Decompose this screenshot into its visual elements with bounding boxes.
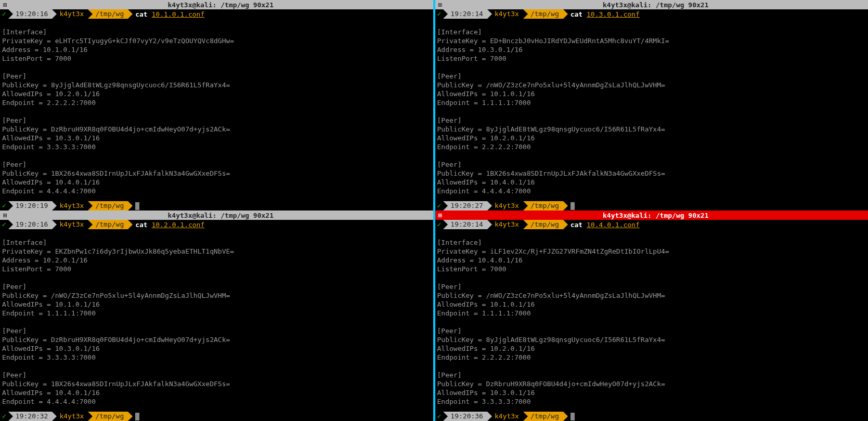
- command: cat 10.3.0.1.conf: [563, 10, 640, 19]
- command: cat 10.4.0.1.conf: [563, 220, 640, 229]
- prompt-status-icon: ✓: [435, 412, 444, 421]
- prompt-path: /tmp/wg: [88, 9, 128, 19]
- prompt-user: k4yt3x: [52, 220, 88, 229]
- pane-titlebar: ⊞ k4yt3x@kali: /tmp/wg 90x21: [0, 0, 433, 9]
- pane-layout-icon: ⊞: [436, 211, 445, 220]
- prompt-time: 19:20:27: [443, 201, 487, 210]
- prompt-time: 19:20:36: [443, 412, 487, 421]
- terminal-output[interactable]: [Interface] PrivateKey = ED+BnczbJ0vHoJI…: [435, 19, 869, 201]
- prompt-time: 19:20:14: [443, 9, 487, 19]
- pane-layout-icon: ⊞: [1, 211, 9, 220]
- pane-titlebar: ⊞ k4yt3x@kali: /tmp/wg 90x21: [0, 210, 433, 220]
- prompt-time: 19:20:32: [8, 412, 53, 421]
- prompt-time: 19:20:19: [8, 201, 53, 210]
- terminal-pane-3[interactable]: ⊞ k4yt3x@kali: /tmp/wg 90x21 ✓ 19:20:16 …: [0, 210, 433, 421]
- prompt-user: k4yt3x: [52, 9, 88, 19]
- pane-titlebar: ⊞ k4yt3x@kali: /tmp/wg 90x21: [435, 0, 869, 9]
- pane-titlebar: ⊞ k4yt3x@kali: /tmp/wg 90x21: [435, 210, 869, 220]
- terminal-output[interactable]: [Interface] PrivateKey = EKZbnPw1c7i6dy3…: [0, 229, 433, 412]
- prompt-user: k4yt3x: [487, 9, 523, 19]
- prompt-path: /tmp/wg: [88, 412, 128, 421]
- prompt-user: k4yt3x: [487, 412, 523, 421]
- terminal-pane-4[interactable]: ⊞ k4yt3x@kali: /tmp/wg 90x21 ✓ 19:20:14 …: [435, 210, 869, 421]
- cursor: [135, 202, 139, 210]
- shell-prompt-line[interactable]: ✓ 19:20:19 k4yt3x /tmp/wg: [0, 201, 433, 210]
- prompt-status-icon: ✓: [435, 220, 444, 229]
- prompt-time: 19:20:16: [8, 220, 53, 229]
- pane-layout-icon: ⊞: [1, 1, 9, 9]
- command: cat 10.1.0.1.conf: [128, 10, 204, 19]
- pane-title: k4yt3x@kali: /tmp/wg 90x21: [445, 1, 867, 9]
- prompt-path: /tmp/wg: [523, 412, 563, 421]
- prompt-user: k4yt3x: [52, 412, 88, 421]
- prompt-path: /tmp/wg: [88, 201, 128, 210]
- pane-title: k4yt3x@kali: /tmp/wg 90x21: [9, 211, 432, 220]
- prompt-user: k4yt3x: [487, 201, 523, 210]
- prompt-path: /tmp/wg: [523, 201, 563, 210]
- shell-prompt-line[interactable]: ✓ 19:20:27 k4yt3x /tmp/wg: [435, 201, 869, 210]
- shell-prompt-line[interactable]: ✓ 19:20:14 k4yt3x /tmp/wg cat 10.3.0.1.c…: [435, 9, 869, 19]
- terminal-output[interactable]: [Interface] PrivateKey = eLHTrc5TIyugyG+…: [0, 19, 433, 201]
- cursor: [135, 413, 139, 420]
- prompt-user: k4yt3x: [487, 220, 523, 229]
- prompt-status-icon: ✓: [0, 201, 8, 210]
- pane-layout-icon: ⊞: [436, 1, 445, 9]
- shell-prompt-line[interactable]: ✓ 19:20:32 k4yt3x /tmp/wg: [0, 412, 433, 421]
- shell-prompt-line[interactable]: ✓ 19:20:36 k4yt3x /tmp/wg: [435, 412, 869, 421]
- prompt-status-icon: ✓: [0, 220, 8, 229]
- prompt-path: /tmp/wg: [523, 220, 563, 229]
- prompt-user: k4yt3x: [52, 201, 88, 210]
- prompt-path: /tmp/wg: [523, 9, 563, 19]
- shell-prompt-line[interactable]: ✓ 19:20:16 k4yt3x /tmp/wg cat 10.2.0.1.c…: [0, 220, 433, 229]
- prompt-status-icon: ✓: [435, 201, 444, 210]
- prompt-status-icon: ✓: [0, 9, 8, 19]
- shell-prompt-line[interactable]: ✓ 19:20:14 k4yt3x /tmp/wg cat 10.4.0.1.c…: [435, 220, 869, 229]
- pane-title: k4yt3x@kali: /tmp/wg 90x21: [9, 1, 432, 9]
- cursor: [571, 413, 575, 420]
- terminal-output[interactable]: [Interface] PrivateKey = iLF1ev2Xc/Rj+FJ…: [435, 229, 869, 412]
- prompt-time: 19:20:14: [443, 220, 487, 229]
- cursor: [571, 202, 575, 210]
- command: cat 10.2.0.1.conf: [128, 220, 204, 229]
- prompt-time: 19:20:16: [8, 9, 53, 19]
- pane-title: k4yt3x@kali: /tmp/wg 90x21: [445, 211, 867, 220]
- terminal-pane-1[interactable]: ⊞ k4yt3x@kali: /tmp/wg 90x21 ✓ 19:20:16 …: [0, 0, 433, 210]
- prompt-status-icon: ✓: [435, 9, 444, 19]
- shell-prompt-line[interactable]: ✓ 19:20:16 k4yt3x /tmp/wg cat 10.1.0.1.c…: [0, 9, 433, 19]
- terminal-pane-2[interactable]: ⊞ k4yt3x@kali: /tmp/wg 90x21 ✓ 19:20:14 …: [435, 0, 869, 210]
- prompt-status-icon: ✓: [0, 412, 8, 421]
- prompt-path: /tmp/wg: [88, 220, 128, 229]
